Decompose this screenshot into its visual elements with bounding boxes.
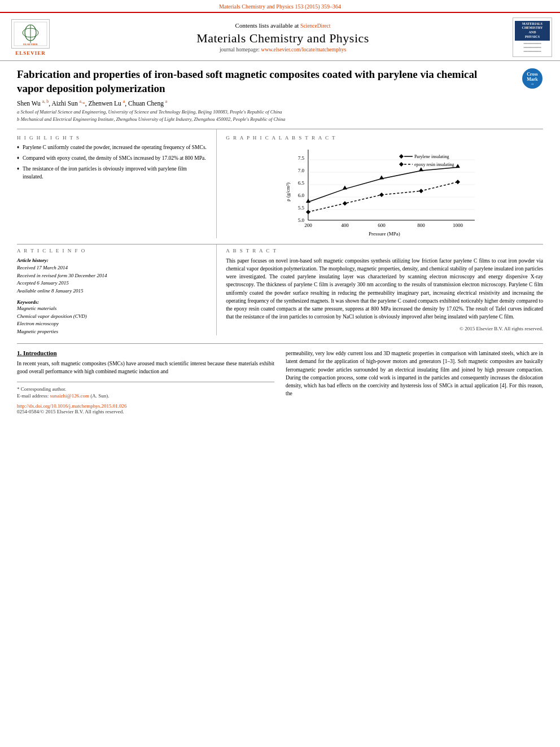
journal-header: ELSEVIER ELSEVIER Contents lists availab… [0, 13, 560, 61]
keywords-section: Keywords: Magnetic materials Chemical va… [17, 299, 207, 335]
svg-text:5.0: 5.0 [298, 217, 305, 223]
intro-left: 1. Introduction In recent years, soft ma… [17, 350, 274, 414]
svg-marker-39 [399, 154, 404, 159]
journal-citation-bar: Materials Chemistry and Physics 153 (201… [0, 0, 560, 13]
contents-line: Contents lists available at ScienceDirec… [53, 22, 513, 29]
svg-text:ELSEVIER: ELSEVIER [23, 43, 38, 46]
author-chuan-cheng: Chuan Cheng a [128, 100, 167, 107]
svg-text:Parylene insulating: Parylene insulating [414, 154, 449, 159]
highlights-graphical-section: H I G H L I G H T S Parylene C uniformly… [17, 129, 543, 238]
highlights-heading: H I G H L I G H T S [17, 135, 207, 141]
svg-marker-37 [419, 189, 423, 193]
svg-marker-42 [399, 162, 404, 167]
keywords-title: Keywords: [17, 299, 207, 305]
journal-citation: Materials Chemistry and Physics 153 (201… [219, 3, 341, 10]
intro-right-text: permeability, very low eddy current loss… [286, 350, 543, 398]
svg-text:6.5: 6.5 [298, 180, 305, 186]
journal-title: Materials Chemistry and Physics [53, 31, 513, 46]
abstract-paragraph: This paper focuses on novel iron-based s… [226, 257, 543, 321]
svg-marker-38 [456, 180, 460, 184]
article-info-abstract-section: A R T I C L E I N F O Article history: R… [17, 244, 543, 336]
graph-area: 5.0 5.5 6.0 6.5 7.0 7.5 200 400 600 [226, 144, 543, 238]
issn-line: 0254-0584/© 2015 Elsevier B.V. All right… [17, 409, 274, 414]
svg-text:Pressure (MPa): Pressure (MPa) [369, 231, 400, 237]
main-content: Fabrication and properties of iron-based… [0, 61, 560, 420]
affiliation-a: a School of Material Science and Enginee… [17, 108, 543, 116]
abstract-heading: A B S T R A C T [226, 248, 543, 254]
article-title-section: Fabrication and properties of iron-based… [17, 68, 543, 95]
svg-marker-31 [379, 175, 384, 179]
elsevier-logo: ELSEVIER ELSEVIER [8, 19, 53, 56]
keyword-4: Magnetic properties [17, 328, 207, 336]
svg-text:7.5: 7.5 [298, 155, 305, 161]
svg-text:6.0: 6.0 [298, 193, 305, 198]
journal-header-center: Contents lists available at ScienceDirec… [53, 22, 513, 53]
introduction-section: 1. Introduction In recent years, soft ma… [17, 343, 543, 414]
svg-text:200: 200 [304, 222, 312, 228]
svg-text:™: ™ [531, 83, 534, 86]
graphical-abstract-col: G R A P H I C A L A B S T R A C T 5.0 5.… [217, 129, 543, 238]
doi-link[interactable]: http://dx.doi.org/10.1016/j.matchemphys.… [17, 403, 127, 409]
authors-line: Shen Wu a, b, Aizhi Sun a,*, Zhenwen Lu … [17, 99, 543, 107]
history-title: Article history: [17, 257, 207, 265]
crossmark-badge[interactable]: Cross Mark ™ [522, 68, 543, 89]
highlights-list: Parylene C uniformly coated the powder, … [17, 144, 207, 181]
svg-text:7.0: 7.0 [298, 168, 305, 173]
svg-text:400: 400 [341, 222, 349, 228]
sciencedirect-link[interactable]: ScienceDirect [300, 23, 330, 29]
svg-marker-32 [419, 167, 423, 171]
abstract-text: This paper focuses on novel iron-based s… [226, 257, 543, 321]
author-zhenwen-lu: Zhenwen Lu a [88, 100, 125, 107]
keyword-1: Magnetic materials [17, 305, 207, 313]
svg-marker-36 [379, 193, 384, 197]
email-footnote: E-mail address: sunaizhi@126.com (A. Sun… [17, 392, 274, 400]
footnote-area: * Corresponding author. E-mail address: … [17, 382, 274, 400]
doi-line: http://dx.doi.org/10.1016/j.matchemphys.… [17, 403, 274, 409]
intro-two-col: 1. Introduction In recent years, soft ma… [17, 350, 543, 414]
journal-logo-right: MATERIALSCHEMISTRYANDPHYSICS ═══════════… [513, 18, 552, 57]
homepage-link[interactable]: www.elsevier.com/locate/matchemphys [261, 47, 346, 53]
email-link[interactable]: sunaizhi@126.com [50, 393, 89, 399]
graphical-abstract-heading: G R A P H I C A L A B S T R A C T [226, 135, 543, 141]
article-info-col: A R T I C L E I N F O Article history: R… [17, 244, 217, 336]
abstract-col: A B S T R A C T This paper focuses on no… [217, 244, 543, 336]
highlight-item-3: The resistance of the iron particles is … [17, 165, 207, 181]
svg-text:5.5: 5.5 [298, 205, 305, 211]
intro-right: permeability, very low eddy current loss… [286, 350, 543, 414]
affiliations: a School of Material Science and Enginee… [17, 108, 543, 123]
svg-text:1000: 1000 [453, 222, 463, 228]
revised-date: Received in revised form 30 December 201… [17, 272, 207, 280]
svg-text:800: 800 [417, 222, 425, 228]
article-title: Fabrication and properties of iron-based… [17, 68, 497, 95]
keyword-2: Chemical vapor deposition (CVD) [17, 313, 207, 321]
article-history: Article history: Received 17 March 2014 … [17, 257, 207, 295]
article-info-heading: A R T I C L E I N F O [17, 248, 207, 254]
affiliation-b: b Mechanical and Electrical Engineering … [17, 116, 543, 123]
svg-text:ρ (g/cm³): ρ (g/cm³) [285, 182, 291, 201]
highlight-item-1: Parylene C uniformly coated the powder, … [17, 144, 207, 151]
elsevier-logo-image: ELSEVIER [11, 19, 50, 49]
elsevier-text: ELSEVIER [15, 50, 46, 56]
svg-marker-35 [343, 201, 347, 206]
intro-heading: 1. Introduction [17, 350, 274, 356]
author-shen-wu: Shen Wu a, b [17, 100, 49, 107]
svg-marker-29 [306, 199, 310, 203]
received-date: Received 17 March 2014 [17, 264, 207, 272]
svg-text:epoxy resin insulating: epoxy resin insulating [414, 162, 454, 167]
chart-svg: 5.0 5.5 6.0 6.5 7.0 7.5 200 400 600 [226, 144, 543, 237]
svg-text:Cross: Cross [527, 72, 537, 77]
svg-text:600: 600 [378, 222, 386, 228]
author-aizhi-sun: Aizhi Sun a,* [51, 100, 85, 107]
highlights-col: H I G H L I G H T S Parylene C uniformly… [17, 129, 217, 238]
available-date: Available online 8 January 2015 [17, 287, 207, 295]
svg-marker-30 [343, 185, 347, 189]
svg-text:Mark: Mark [527, 77, 538, 82]
svg-marker-34 [306, 209, 310, 214]
svg-marker-33 [456, 164, 460, 168]
accepted-date: Accepted 6 January 2015 [17, 279, 207, 287]
keywords-list: Magnetic materials Chemical vapor deposi… [17, 305, 207, 335]
copyright-line: © 2015 Elsevier B.V. All rights reserved… [226, 326, 543, 331]
keyword-3: Electron microscopy [17, 320, 207, 328]
intro-left-text: In recent years, soft magnetic composite… [17, 360, 274, 376]
journal-homepage: journal homepage: www.elsevier.com/locat… [53, 47, 513, 53]
